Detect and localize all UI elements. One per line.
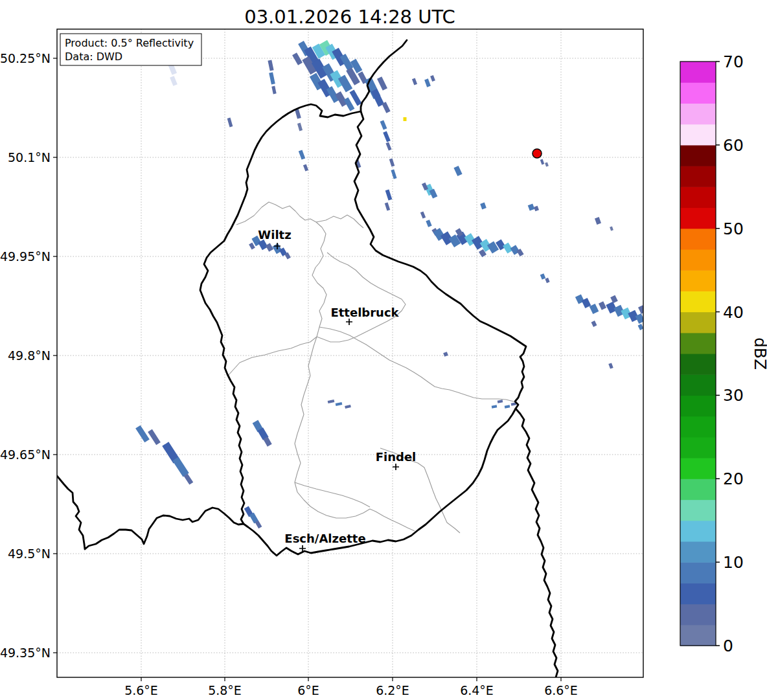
colorbar-segment	[680, 625, 716, 646]
product-info-box: Product: 0.5° Reflectivity Data: DWD	[60, 34, 201, 65]
canton-border-line	[228, 337, 317, 376]
colorbar-unit-label: dBZ	[751, 337, 767, 370]
colorbar-segment	[680, 208, 716, 229]
colorbar: 706050403020100	[680, 52, 744, 655]
info-product-line: Product: 0.5° Reflectivity	[65, 37, 194, 49]
radar-echo	[498, 400, 503, 403]
colorbar-segment	[680, 103, 716, 124]
y-tick-label: 49.65°N	[0, 447, 51, 462]
radar-echo	[610, 295, 618, 303]
canton-borders	[228, 202, 514, 533]
radar-echo	[424, 78, 431, 87]
plot-frame	[57, 29, 643, 677]
radar-echo	[420, 211, 426, 218]
radar-echo	[328, 400, 335, 403]
radar-echo	[595, 217, 601, 225]
luxembourg-border	[200, 104, 526, 556]
colorbar-segment	[680, 500, 716, 521]
radar-echo	[385, 203, 390, 211]
colorbar-segment	[680, 166, 716, 187]
radar-figure: 5.6°E5.8°E6°E6.2°E6.4°E6.6°E50.25°N50.1°…	[0, 0, 767, 700]
radar-echo	[528, 203, 535, 210]
city-label-wiltz: Wiltz	[258, 228, 291, 242]
radar-echo	[184, 473, 194, 484]
colorbar-segment	[680, 437, 716, 458]
info-data-line: Data: DWD	[65, 51, 122, 63]
colorbar-tick-label: 10	[723, 553, 744, 572]
radar-echo	[540, 273, 546, 280]
colorbar-segment	[680, 229, 716, 250]
colorbar-segment	[680, 521, 716, 542]
colorbar-segment	[680, 416, 716, 438]
x-tick-label: 6.2°E	[376, 683, 409, 697]
radar-echo	[638, 305, 646, 313]
radar-echo	[227, 118, 233, 128]
colorbar-segment	[680, 145, 716, 166]
radar-echo	[412, 78, 417, 85]
radar-echo	[404, 117, 407, 121]
colorbar-segment	[680, 333, 716, 354]
radar-echo	[297, 123, 303, 131]
colorbar-segment	[680, 82, 716, 104]
radar-echo	[268, 60, 273, 71]
radar-echo	[135, 425, 150, 443]
radar-echo	[608, 363, 613, 368]
x-tick-label: 5.6°E	[124, 683, 158, 697]
canton-border-line	[317, 253, 406, 342]
radar-echo	[430, 75, 435, 82]
radar-echo	[380, 120, 387, 130]
radar-echo	[345, 405, 351, 409]
x-tick-label: 6.6°E	[544, 683, 578, 697]
france-germany-border	[516, 409, 558, 677]
radar-echo	[292, 52, 303, 65]
colorbar-segment	[680, 562, 716, 583]
axis-layer: 5.6°E5.8°E6°E6.2°E6.4°E6.6°E50.25°N50.1°…	[0, 51, 578, 697]
x-tick-label: 6°E	[297, 683, 319, 697]
radar-echo	[480, 203, 487, 210]
colorbar-tick-label: 30	[723, 386, 744, 405]
colorbar-segment	[680, 312, 716, 333]
x-tick-label: 6.4°E	[460, 683, 494, 697]
radar-echo	[545, 162, 549, 166]
belgium-france-border	[57, 476, 244, 549]
colorbar-segment	[680, 583, 716, 604]
colorbar-segment	[680, 374, 716, 396]
colorbar-segment	[680, 270, 716, 291]
colorbar-segment	[680, 541, 716, 563]
colorbar-segment	[680, 62, 716, 83]
y-tick-label: 49.8°N	[8, 348, 51, 363]
canton-border-line	[316, 215, 363, 228]
colorbar-tick-label: 60	[723, 136, 744, 155]
radar-echo	[271, 86, 276, 95]
station-dot	[532, 149, 542, 158]
country-borders	[57, 40, 558, 677]
radar-echo	[385, 189, 393, 200]
radar-echo	[540, 159, 544, 165]
radar-echo	[299, 150, 305, 159]
colorbar-tick-label: 40	[723, 303, 744, 322]
radar-echo	[443, 352, 448, 357]
radar-echo	[534, 206, 539, 212]
radar-echo	[610, 226, 613, 231]
radar-echo	[426, 220, 431, 227]
y-tick-label: 50.1°N	[8, 150, 51, 164]
radar-echo	[249, 243, 255, 250]
radar-echo	[385, 142, 391, 151]
colorbar-tick-label: 70	[723, 52, 744, 71]
radar-echo	[599, 301, 606, 310]
radar-echo	[453, 166, 462, 176]
belgium-germany-border	[361, 40, 407, 111]
city-label-findel: Findel	[376, 450, 417, 464]
radar-echo	[295, 109, 301, 119]
radar-echo	[591, 321, 597, 327]
radar-echo	[505, 405, 510, 408]
radar-echo	[172, 457, 189, 477]
radar-echo	[148, 429, 161, 445]
colorbar-segment	[680, 291, 716, 312]
radar-echo	[383, 131, 391, 142]
canton-border-line	[295, 482, 370, 507]
canton-border-line	[319, 327, 514, 401]
radar-echo	[391, 170, 396, 179]
colorbar-segment	[680, 354, 716, 375]
radar-echo	[545, 278, 549, 283]
